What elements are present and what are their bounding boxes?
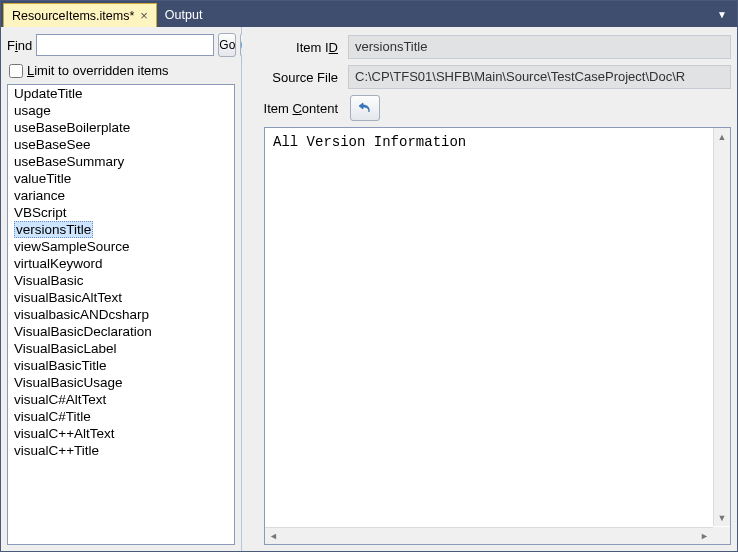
tab-overflow-button[interactable]: ▼ <box>707 9 737 20</box>
list-item[interactable]: useBaseBoilerplate <box>8 119 234 136</box>
left-pane: Find Go ? Limit to overridden items Upda… <box>1 27 242 551</box>
scroll-right-icon[interactable]: ► <box>696 528 713 544</box>
item-id-value: versionsTitle <box>348 35 731 59</box>
list-item[interactable]: VisualBasicDeclaration <box>8 323 234 340</box>
find-input[interactable] <box>36 34 214 56</box>
list-item[interactable]: viewSampleSource <box>8 238 234 255</box>
item-id-label: Item ID <box>248 40 348 55</box>
limit-checkbox[interactable] <box>9 64 23 78</box>
right-pane: Item ID versionsTitle Source File C:\CP\… <box>242 27 737 551</box>
tab-label: ResourceItems.items* <box>12 9 134 23</box>
item-list[interactable]: UpdateTitleusageuseBaseBoilerplateuseBas… <box>8 85 234 544</box>
list-item[interactable]: visualBasicAltText <box>8 289 234 306</box>
list-item[interactable]: versionsTitle <box>8 221 234 238</box>
list-item[interactable]: valueTitle <box>8 170 234 187</box>
undo-icon <box>357 100 373 116</box>
undo-button[interactable] <box>350 95 380 121</box>
list-item[interactable]: UpdateTitle <box>8 85 234 102</box>
list-item[interactable]: usage <box>8 102 234 119</box>
close-icon[interactable]: × <box>140 9 148 22</box>
scroll-corner <box>713 527 730 544</box>
find-label: Find <box>7 38 32 53</box>
list-item[interactable]: visualBasicTitle <box>8 357 234 374</box>
list-item[interactable]: useBaseSummary <box>8 153 234 170</box>
vertical-scrollbar[interactable]: ▲ ▼ <box>713 128 730 526</box>
limit-label: Limit to overridden items <box>27 63 169 78</box>
list-item[interactable]: visualC#Title <box>8 408 234 425</box>
content-editor-wrap: All Version Information ▲ ▼ ◄ ► <box>264 127 731 545</box>
source-file-label: Source File <box>248 70 348 85</box>
tab-resourceitems[interactable]: ResourceItems.items* × <box>3 3 157 27</box>
tab-output[interactable]: Output <box>157 3 211 27</box>
list-item[interactable]: VisualBasicLabel <box>8 340 234 357</box>
content-editor[interactable]: All Version Information <box>265 128 730 544</box>
list-item[interactable]: visualC++AltText <box>8 425 234 442</box>
go-button[interactable]: Go <box>218 33 236 57</box>
scroll-left-icon[interactable]: ◄ <box>265 528 282 544</box>
list-item[interactable]: VisualBasicUsage <box>8 374 234 391</box>
tab-strip: ResourceItems.items* × Output ▼ <box>1 1 737 27</box>
tab-label: Output <box>165 8 203 22</box>
scroll-up-icon[interactable]: ▲ <box>714 128 730 145</box>
item-content-label: Item Content <box>248 101 348 116</box>
list-item[interactable]: virtualKeyword <box>8 255 234 272</box>
list-item[interactable]: visualbasicANDcsharp <box>8 306 234 323</box>
list-item[interactable]: VBScript <box>8 204 234 221</box>
list-item[interactable]: useBaseSee <box>8 136 234 153</box>
list-item[interactable]: VisualBasic <box>8 272 234 289</box>
scroll-down-icon[interactable]: ▼ <box>714 509 730 526</box>
horizontal-scrollbar[interactable]: ◄ ► <box>265 527 713 544</box>
list-item[interactable]: visualC#AltText <box>8 391 234 408</box>
source-file-value: C:\CP\TFS01\SHFB\Main\Source\TestCasePro… <box>348 65 731 89</box>
list-item[interactable]: visualC++Title <box>8 442 234 459</box>
list-item[interactable]: variance <box>8 187 234 204</box>
